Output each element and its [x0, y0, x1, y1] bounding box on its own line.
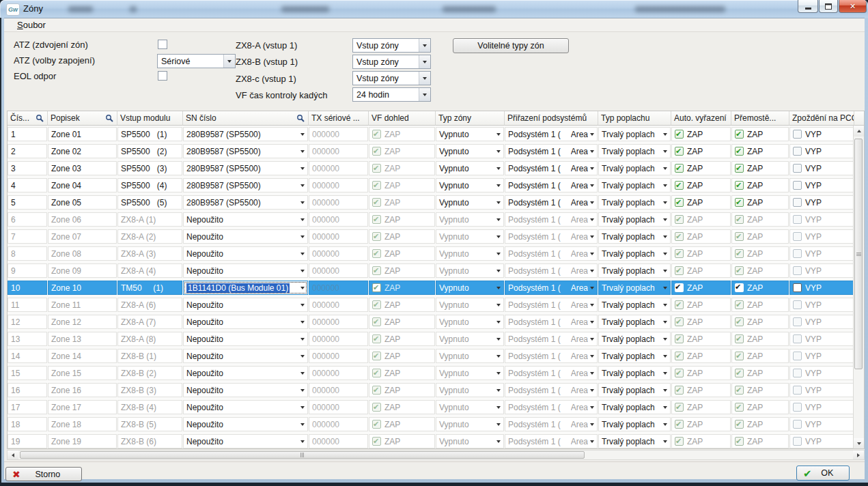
cell-module-input[interactable]: ZX8-B (5): [117, 417, 182, 431]
scroll-left-button[interactable]: [8, 451, 18, 459]
cell-zone-label[interactable]: Zone 14: [48, 349, 117, 363]
sn-combobox[interactable]: 1B1141D0 (Bus Module 01): [183, 281, 308, 295]
sn-combobox[interactable]: Nepoužito: [183, 383, 308, 397]
zone-type-combobox[interactable]: Vypnuto: [436, 434, 504, 448]
title-bar[interactable]: Gw Zóny ✕: [0, 0, 868, 18]
zone-type-combobox[interactable]: Vypnuto: [436, 263, 504, 278]
pco-delay-checkbox[interactable]: [793, 147, 802, 156]
column-header-4[interactable]: TX sériové ...: [309, 111, 369, 126]
zone-row[interactable]: 9Zone 09ZX8-A (4)Nepoužito000000ZAPVypnu…: [8, 262, 854, 279]
vf-checkbox[interactable]: [372, 403, 381, 412]
chevron-down-icon[interactable]: [663, 167, 667, 170]
chevron-down-icon[interactable]: [663, 253, 667, 255]
zone-row[interactable]: 14Zone 14ZX8-B (1)Nepoužito000000ZAPVypn…: [8, 347, 854, 364]
vf-checkbox[interactable]: [372, 215, 381, 224]
cell-zone-label[interactable]: Zone 11: [48, 298, 117, 312]
bypass-checkbox[interactable]: [735, 164, 744, 173]
zone-row[interactable]: 12Zone 12ZX8-A (7)Nepoužito000000ZAPVypn…: [8, 313, 854, 330]
pco-delay-checkbox[interactable]: [793, 198, 802, 207]
alarm-type-combobox[interactable]: Trvalý poplach: [598, 298, 671, 312]
bypass-cell[interactable]: ZAP: [731, 144, 789, 158]
chevron-down-icon[interactable]: [663, 389, 667, 392]
auto-shutdown-checkbox[interactable]: [675, 300, 684, 309]
column-header-7[interactable]: Přiřazení podsystémů: [505, 111, 598, 126]
column-header-9[interactable]: Auto. vyřazení: [671, 111, 731, 126]
cell-tx-serial[interactable]: 000000: [309, 366, 368, 380]
vf-supervision-cell[interactable]: ZAP: [369, 349, 435, 363]
zone-row[interactable]: 4Zone 04SP5500 (4)280B9587 (SP5500)00000…: [8, 177, 854, 194]
restore-button[interactable]: [819, 0, 838, 13]
zx8b-select[interactable]: Vstup zóny: [352, 55, 431, 69]
pco-delay-cell[interactable]: VYP: [789, 400, 854, 414]
cell-zone-number[interactable]: 4: [8, 178, 47, 192]
zone-type-combobox[interactable]: Vypnuto: [436, 212, 504, 227]
vf-checkbox[interactable]: [372, 369, 381, 377]
chevron-down-icon[interactable]: [590, 150, 594, 153]
partition-combobox[interactable]: Podsystém 1 (Area: [505, 417, 598, 431]
auto-shutdown-checkbox[interactable]: [675, 352, 684, 360]
horizontal-scroll-thumb[interactable]: [20, 451, 585, 459]
pco-delay-cell[interactable]: VYP: [789, 434, 854, 448]
cell-tx-serial[interactable]: 000000: [309, 263, 368, 278]
partition-combobox[interactable]: Podsystém 1 (Area: [505, 383, 598, 397]
cell-module-input[interactable]: SP5500 (2): [117, 144, 182, 158]
zone-type-combobox[interactable]: Vypnuto: [436, 383, 504, 397]
vf-checkbox[interactable]: [372, 232, 381, 241]
chevron-down-icon[interactable]: [590, 235, 594, 238]
zone-row[interactable]: 18Zone 18ZX8-B (5)Nepoužito000000ZAPVypn…: [8, 416, 854, 433]
vf-supervision-cell[interactable]: ZAP: [369, 400, 435, 414]
cell-zone-label[interactable]: Zone 01: [48, 127, 117, 141]
zone-type-combobox[interactable]: Vypnuto: [436, 417, 504, 431]
chevron-down-icon[interactable]: [663, 201, 667, 204]
zone-row[interactable]: 17Zone 17ZX8-B (4)Nepoužito000000ZAPVypn…: [8, 399, 854, 416]
pco-delay-cell[interactable]: VYP: [789, 417, 854, 431]
pco-delay-checkbox[interactable]: [793, 215, 802, 224]
bypass-checkbox[interactable]: [735, 403, 744, 412]
auto-shutdown-cell[interactable]: ZAP: [671, 195, 731, 210]
bypass-checkbox[interactable]: [735, 130, 744, 139]
column-header-0[interactable]: Čís...: [8, 111, 48, 126]
partition-combobox[interactable]: Podsystém 1 (Area: [505, 315, 598, 329]
partition-combobox[interactable]: Podsystém 1 (Area: [505, 349, 598, 363]
zone-type-combobox[interactable]: Vypnuto: [436, 246, 504, 261]
pco-delay-cell[interactable]: VYP: [789, 332, 854, 346]
chevron-down-icon[interactable]: [590, 167, 594, 170]
chevron-down-icon[interactable]: [496, 372, 501, 375]
bypass-checkbox[interactable]: [735, 369, 744, 377]
chevron-down-icon[interactable]: [663, 321, 667, 324]
chevron-down-icon[interactable]: [663, 235, 667, 238]
cell-zone-number[interactable]: 8: [8, 246, 47, 261]
cell-zone-number[interactable]: 5: [8, 195, 47, 210]
cell-zone-number[interactable]: 12: [8, 315, 47, 329]
partition-combobox[interactable]: Podsystém 1 (Area: [505, 161, 598, 175]
sn-combobox[interactable]: 280B9587 (SP5500): [183, 161, 308, 175]
alarm-type-combobox[interactable]: Trvalý poplach: [598, 263, 671, 278]
cell-module-input[interactable]: TM50 (1): [117, 281, 182, 295]
auto-shutdown-checkbox[interactable]: [675, 215, 684, 224]
vf-checkbox[interactable]: [372, 164, 381, 173]
vf-supervision-cell[interactable]: ZAP: [369, 229, 435, 244]
zone-type-combobox[interactable]: Vypnuto: [436, 161, 504, 175]
zone-row[interactable]: 13Zone 13ZX8-A (8)Nepoužito000000ZAPVypn…: [8, 330, 854, 347]
vf-supervision-cell[interactable]: ZAP: [369, 383, 435, 397]
chevron-down-icon[interactable]: [663, 270, 667, 272]
vf-supervision-cell[interactable]: ZAP: [369, 315, 435, 329]
pco-delay-cell[interactable]: VYP: [789, 212, 854, 227]
cell-tx-serial[interactable]: 000000: [309, 195, 368, 210]
cell-tx-serial[interactable]: 000000: [309, 383, 368, 397]
zone-type-combobox[interactable]: Vypnuto: [436, 315, 504, 329]
cell-zone-label[interactable]: Zone 13: [48, 332, 117, 346]
auto-shutdown-cell[interactable]: ZAP: [671, 349, 731, 363]
atz-wiring-select[interactable]: Sériové: [157, 54, 236, 68]
auto-shutdown-cell[interactable]: ZAP: [671, 332, 731, 346]
alarm-type-combobox[interactable]: Trvalý poplach: [598, 417, 671, 431]
alarm-type-combobox[interactable]: Trvalý poplach: [598, 366, 671, 380]
cell-tx-serial[interactable]: 000000: [309, 212, 368, 227]
column-header-11[interactable]: Zpoždění na PCO: [789, 111, 854, 126]
cell-module-input[interactable]: SP5500 (1): [117, 127, 182, 141]
chevron-down-icon[interactable]: [663, 218, 667, 221]
chevron-down-icon[interactable]: [300, 304, 305, 306]
bypass-cell[interactable]: ZAP: [731, 332, 789, 346]
zone-row[interactable]: 2Zone 02SP5500 (2)280B9587 (SP5500)00000…: [8, 143, 854, 160]
auto-shutdown-cell[interactable]: ZAP: [671, 161, 731, 175]
